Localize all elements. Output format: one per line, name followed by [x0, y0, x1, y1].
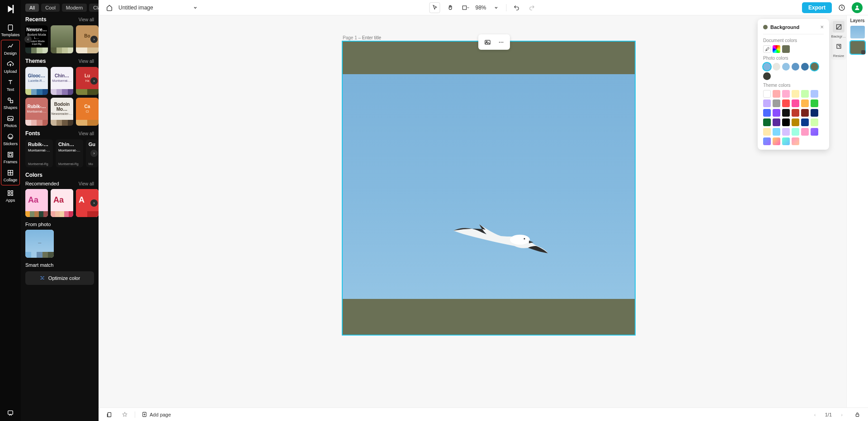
- theme-color-swatch[interactable]: [773, 90, 780, 98]
- theme-color-swatch[interactable]: [773, 118, 780, 126]
- page-title-input[interactable]: [362, 35, 389, 40]
- nav-apps[interactable]: Apps: [1, 187, 19, 205]
- lock-button[interactable]: [852, 409, 863, 420]
- theme-card[interactable]: [51, 25, 73, 53]
- scroll-right-button[interactable]: ›: [90, 36, 98, 43]
- scroll-right-button[interactable]: ›: [90, 77, 98, 85]
- zoom-dropdown-icon[interactable]: [491, 2, 502, 13]
- resize-tool-button[interactable]: [833, 40, 844, 52]
- layer-background[interactable]: [850, 41, 865, 54]
- theme-color-swatch[interactable]: [773, 128, 780, 136]
- nav-stickers[interactable]: Stickers: [1, 131, 19, 149]
- user-avatar[interactable]: [852, 2, 863, 13]
- theme-color-swatch[interactable]: [801, 118, 809, 126]
- artboard[interactable]: [342, 41, 636, 336]
- canvas-area[interactable]: Page 1 –: [99, 15, 846, 407]
- theme-color-swatch[interactable]: [792, 118, 799, 126]
- from-photo-card[interactable]: [25, 230, 54, 258]
- photo-color-swatch[interactable]: [811, 63, 818, 71]
- theme-color-swatch[interactable]: [801, 90, 809, 98]
- history-button[interactable]: [836, 2, 847, 13]
- doc-color-swatch[interactable]: [782, 45, 790, 53]
- gradient-swatch[interactable]: [792, 137, 799, 145]
- font-card[interactable]: Chin…Montserrat-…Montserrat-Rg: [56, 139, 83, 167]
- viewall-recommended[interactable]: View all: [79, 181, 94, 186]
- nav-upload[interactable]: Upload: [1, 58, 19, 76]
- theme-card[interactable]: CaCl: [76, 98, 99, 126]
- gradient-swatch[interactable]: [782, 137, 790, 145]
- theme-color-swatch[interactable]: [782, 99, 790, 107]
- theme-color-swatch[interactable]: [763, 90, 771, 98]
- theme-color-swatch[interactable]: [763, 109, 771, 117]
- theme-color-swatch[interactable]: [801, 109, 809, 117]
- nav-shapes[interactable]: Shapes: [1, 95, 19, 113]
- app-logo[interactable]: [4, 3, 17, 15]
- theme-color-swatch[interactable]: [792, 90, 799, 98]
- chip-modern[interactable]: Modern: [62, 4, 87, 12]
- gradient-swatch[interactable]: [773, 137, 780, 145]
- color-picker-button[interactable]: [763, 45, 771, 53]
- title-dropdown-icon[interactable]: [190, 2, 201, 13]
- nav-collage[interactable]: Collage: [1, 167, 19, 185]
- nav-text[interactable]: Text: [1, 76, 19, 95]
- photo-color-swatch[interactable]: [763, 72, 771, 80]
- theme-color-swatch[interactable]: [763, 99, 771, 107]
- theme-color-swatch[interactable]: [811, 99, 818, 107]
- gradient-swatch[interactable]: [811, 128, 818, 136]
- zoom-level[interactable]: 98%: [475, 5, 486, 11]
- chip-cool[interactable]: Cool: [41, 4, 60, 12]
- viewall-fonts[interactable]: View all: [79, 131, 94, 136]
- theme-color-swatch[interactable]: [763, 118, 771, 126]
- nav-templates[interactable]: Templates: [1, 22, 19, 40]
- prev-page-button[interactable]: ‹: [810, 409, 821, 420]
- cursor-tool-button[interactable]: [429, 2, 440, 13]
- optimize-color-button[interactable]: Optimize color: [25, 271, 94, 285]
- photo-color-swatch[interactable]: [763, 63, 771, 71]
- background-tool-button[interactable]: [833, 21, 844, 33]
- undo-button[interactable]: [511, 2, 522, 13]
- redo-button[interactable]: [527, 2, 538, 13]
- gradient-swatch[interactable]: [763, 137, 771, 145]
- photo-layer[interactable]: [343, 74, 635, 299]
- export-button[interactable]: Export: [802, 2, 832, 13]
- theme-color-swatch[interactable]: [763, 128, 771, 136]
- theme-color-swatch[interactable]: [782, 90, 790, 98]
- document-title-input[interactable]: [118, 5, 186, 11]
- replace-image-button[interactable]: [482, 37, 493, 47]
- custom-color-button[interactable]: [773, 45, 780, 53]
- theme-color-swatch[interactable]: [782, 109, 790, 117]
- theme-color-swatch[interactable]: [782, 118, 790, 126]
- color-card[interactable]: Aa: [25, 189, 48, 217]
- theme-card[interactable]: Glooc…Lucette-R…: [25, 67, 48, 95]
- theme-card[interactable]: Chin…Montserrat-…: [51, 67, 73, 95]
- theme-card[interactable]: Rubik-…Montserrat-…: [25, 98, 48, 126]
- font-card[interactable]: Rubik-…Montserrat-…Montserrat-Rg: [25, 139, 53, 167]
- theme-color-swatch[interactable]: [773, 99, 780, 107]
- photo-color-swatch[interactable]: [792, 63, 799, 71]
- theme-color-swatch[interactable]: [782, 128, 790, 136]
- scroll-right-button[interactable]: ›: [90, 199, 98, 207]
- scroll-left-button[interactable]: ‹: [24, 36, 32, 43]
- feedback-icon[interactable]: [1, 409, 19, 416]
- photo-color-swatch[interactable]: [782, 63, 790, 71]
- notes-button[interactable]: [119, 409, 130, 420]
- theme-color-swatch[interactable]: [811, 90, 818, 98]
- photo-color-swatch[interactable]: [801, 63, 809, 71]
- theme-card[interactable]: Bodoin Mo…Newsreader-…: [51, 98, 73, 126]
- theme-color-swatch[interactable]: [792, 109, 799, 117]
- nav-frames[interactable]: Frames: [1, 149, 19, 167]
- more-options-button[interactable]: [495, 37, 506, 47]
- theme-color-swatch[interactable]: [773, 109, 780, 117]
- close-popup-button[interactable]: ×: [820, 24, 824, 30]
- theme-color-swatch[interactable]: [801, 99, 809, 107]
- nav-photos[interactable]: Photos: [1, 113, 19, 131]
- theme-color-swatch[interactable]: [811, 109, 818, 117]
- theme-color-swatch[interactable]: [792, 128, 799, 136]
- add-page-button[interactable]: Add page: [140, 409, 173, 420]
- theme-color-swatch[interactable]: [811, 118, 818, 126]
- color-card[interactable]: Aa: [51, 189, 73, 217]
- viewall-themes[interactable]: View all: [79, 59, 94, 64]
- nav-design[interactable]: Design: [1, 40, 19, 58]
- viewall-recents[interactable]: View all: [79, 17, 94, 22]
- pages-button[interactable]: [104, 409, 115, 420]
